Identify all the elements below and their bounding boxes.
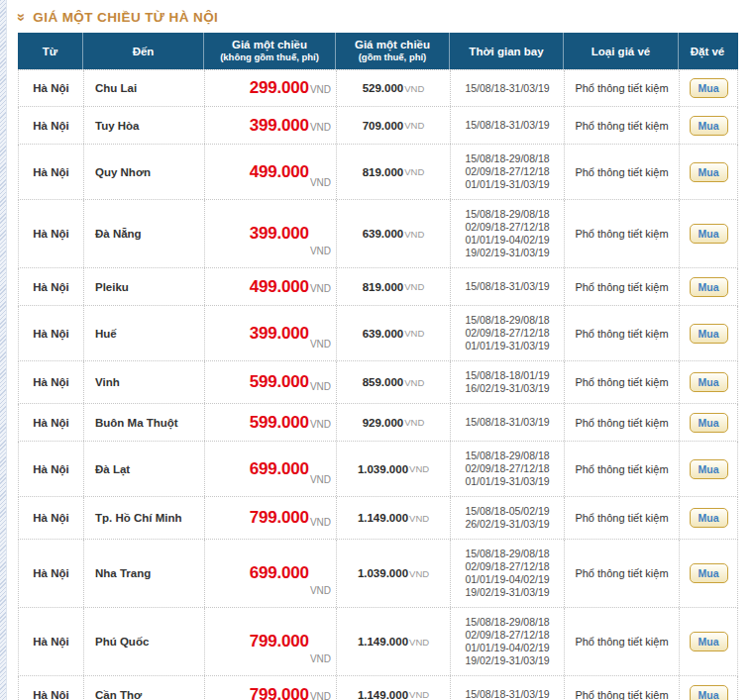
travel-period-line: 01/01/19-31/03/19	[465, 178, 549, 191]
buy-cell: Mua	[680, 107, 737, 144]
full-price: 819.000	[363, 281, 404, 293]
fare-type-cell: Phổ thông tiết kiệm	[565, 497, 680, 539]
header-book-ticket: Đặt vé	[679, 33, 736, 69]
price-excl-tax-cell: 399.000 VND	[205, 200, 337, 267]
currency-label: VND	[310, 381, 331, 392]
fare-table: Từ Đến Giá một chiều (không gồm thuế, ph…	[18, 33, 738, 700]
full-price: 1.039.000	[358, 463, 408, 475]
travel-period-line: 15/08/18-18/01/19	[465, 369, 549, 382]
buy-cell: Mua	[680, 306, 737, 360]
price-incl-tax-cell: 819.000 VND	[337, 145, 451, 199]
buy-button[interactable]: Mua	[690, 162, 728, 182]
promo-price: 499.000	[250, 277, 309, 297]
buy-button[interactable]: Mua	[690, 563, 728, 583]
page-title: GIÁ MỘT CHIỀU TỪ HÀ NỘI	[33, 10, 218, 25]
travel-period-line: 15/08/18-29/08/18	[465, 616, 549, 629]
currency-label: VND	[404, 328, 424, 339]
promo-price: 499.000	[250, 162, 309, 182]
fare-type-cell: Phổ thông tiết kiệm	[565, 361, 680, 403]
buy-button[interactable]: Mua	[690, 459, 728, 479]
origin-cell: Hà Nội	[19, 361, 84, 403]
buy-cell: Mua	[680, 361, 737, 403]
currency-label: VND	[409, 689, 429, 700]
buy-button[interactable]: Mua	[690, 78, 728, 98]
table-header-row: Từ Đến Giá một chiều (không gồm thuế, ph…	[18, 33, 738, 69]
header-from: Từ	[18, 33, 83, 69]
buy-button[interactable]: Mua	[690, 632, 728, 651]
buy-cell: Mua	[680, 608, 737, 675]
travel-period-line: 01/01/19-31/03/19	[465, 475, 549, 488]
currency-label: VND	[310, 283, 331, 294]
price-excl-tax-cell: 599.000 VND	[205, 361, 337, 403]
price-incl-tax-cell: 1.039.000 VND	[337, 442, 451, 496]
buy-button[interactable]: Mua	[690, 413, 728, 433]
price-excl-tax-cell: 799.000 VND	[205, 608, 337, 675]
travel-period-cell: 15/08/18-05/02/1926/02/19-31/03/19	[451, 497, 565, 539]
currency-label: VND	[310, 339, 331, 350]
origin-cell: Hà Nội	[19, 404, 84, 441]
buy-button[interactable]: Mua	[690, 508, 728, 528]
travel-period-line: 15/08/18-31/03/19	[465, 119, 549, 132]
origin-cell: Hà Nội	[19, 70, 84, 106]
header-to: Đến	[83, 33, 204, 69]
currency-label: VND	[404, 281, 424, 292]
currency-label: VND	[310, 653, 331, 664]
fare-type-cell: Phổ thông tiết kiệm	[565, 540, 680, 607]
full-price: 709.000	[363, 120, 404, 132]
currency-label: VND	[404, 417, 424, 428]
promo-price: 399.000	[250, 324, 309, 344]
travel-period-line: 02/09/18-27/12/18	[465, 327, 549, 340]
buy-cell: Mua	[680, 540, 737, 607]
fare-type-cell: Phổ thông tiết kiệm	[565, 70, 680, 106]
origin-cell: Hà Nội	[19, 442, 84, 496]
travel-period-line: 01/01/19-04/02/19	[465, 234, 549, 247]
buy-cell: Mua	[680, 497, 737, 539]
currency-label: VND	[404, 83, 424, 94]
destination-cell: Tp. Hồ Chí Minh	[84, 497, 205, 539]
buy-cell: Mua	[680, 442, 737, 496]
table-row: Hà Nội Đà Lạt 699.000 VND 1.039.000 VND …	[18, 442, 738, 497]
destination-cell: Cần Thơ	[84, 676, 205, 700]
travel-period-line: 19/02/19-31/03/19	[465, 654, 549, 667]
travel-period-line: 16/02/19-31/03/19	[465, 382, 549, 395]
full-price: 819.000	[363, 166, 404, 178]
buy-button[interactable]: Mua	[690, 224, 728, 244]
currency-label: VND	[404, 166, 424, 177]
travel-period-line: 19/02/19-31/03/19	[465, 247, 549, 259]
buy-button[interactable]: Mua	[690, 277, 728, 297]
currency-label: VND	[310, 517, 331, 528]
buy-cell: Mua	[680, 200, 737, 267]
buy-button[interactable]: Mua	[690, 324, 728, 344]
promo-price: 699.000	[250, 563, 309, 583]
full-price: 1.149.000	[358, 636, 408, 648]
full-price: 639.000	[363, 328, 404, 340]
buy-button[interactable]: Mua	[690, 372, 728, 392]
full-price: 1.149.000	[358, 689, 408, 700]
full-price: 859.000	[363, 376, 404, 388]
buy-button[interactable]: Mua	[690, 685, 728, 700]
table-row: Hà Nội Vinh 599.000 VND 859.000 VND 15/0…	[18, 361, 738, 404]
destination-cell: Đà Nẵng	[84, 200, 205, 267]
fare-type-cell: Phổ thông tiết kiệm	[565, 404, 680, 441]
price-incl-tax-cell: 819.000 VND	[337, 268, 451, 305]
buy-button[interactable]: Mua	[690, 116, 728, 136]
promo-price: 799.000	[250, 508, 309, 528]
currency-label: VND	[310, 177, 331, 188]
buy-cell: Mua	[680, 268, 737, 305]
price-excl-tax-cell: 799.000 VND	[205, 497, 337, 539]
destination-cell: Pleiku	[84, 268, 205, 305]
header-price-incl-tax: Giá một chiều (gồm thuế, phí)	[336, 33, 450, 69]
promo-price: 299.000	[250, 78, 309, 98]
travel-period-cell: 15/08/18-31/03/19	[451, 268, 565, 305]
fare-type-cell: Phổ thông tiết kiệm	[565, 676, 680, 700]
travel-period-line: 01/01/19-31/03/19	[465, 340, 549, 352]
destination-cell: Phú Quốc	[84, 608, 205, 675]
buy-cell: Mua	[680, 404, 737, 441]
currency-label: VND	[310, 474, 331, 485]
fare-section: » GIÁ MỘT CHIỀU TỪ HÀ NỘI Từ Đến Giá một…	[18, 0, 738, 700]
fare-type-cell: Phổ thông tiết kiệm	[565, 200, 680, 267]
destination-cell: Nha Trang	[84, 540, 205, 607]
currency-label: VND	[310, 585, 331, 596]
currency-label: VND	[409, 568, 429, 579]
price-incl-tax-cell: 639.000 VND	[337, 306, 451, 360]
